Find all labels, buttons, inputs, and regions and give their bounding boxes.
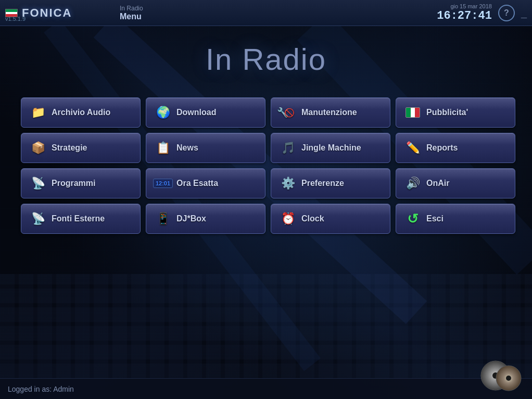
programmi-label: Programmi xyxy=(52,179,133,188)
djbox-label: DJ*Box xyxy=(176,214,258,223)
clock-label: Clock xyxy=(301,214,383,223)
preferenze-label: Preferenze xyxy=(301,179,383,188)
menu-button-fonti-esterne[interactable]: 📡Fonti Esterne xyxy=(21,204,141,234)
menu-button-pubblicita[interactable]: Pubblicita' xyxy=(396,97,515,128)
news-label: News xyxy=(176,143,258,153)
menu-label: Menu xyxy=(120,12,437,21)
datetime: gio 15 mar 2018 16:27:41 xyxy=(437,3,492,22)
ora-esatta-icon: 12:01 xyxy=(154,174,172,193)
manutenzione-label: Manutenzione xyxy=(301,108,383,117)
preferenze-icon: ⚙️ xyxy=(278,174,297,193)
title-area: In Radio Menu xyxy=(115,5,437,21)
menu-button-clock[interactable]: ⏰Clock xyxy=(271,204,390,234)
menu-button-download[interactable]: 🌍Download xyxy=(146,97,265,128)
menu-button-manutenzione[interactable]: 🔧🚫Manutenzione xyxy=(271,97,390,128)
strategie-icon: 📦 xyxy=(29,139,47,157)
cd-icon xyxy=(480,355,522,396)
menu-button-djbox[interactable]: 📱DJ*Box xyxy=(146,204,265,234)
download-icon: 🌍 xyxy=(154,103,172,122)
right-area: gio 15 mar 2018 16:27:41 ? _ xyxy=(437,3,532,22)
cd-decoration xyxy=(480,355,522,396)
pubblicita-label: Pubblicita' xyxy=(426,108,508,117)
archivio-audio-icon: 📁 xyxy=(29,103,47,122)
menu-button-news[interactable]: 📋News xyxy=(146,133,265,163)
manutenzione-icon: 🔧🚫 xyxy=(278,103,297,122)
menu-grid: 📁Archivio Audio🌍Download🔧🚫ManutenzionePu… xyxy=(0,97,532,234)
page-title: In Radio xyxy=(0,26,532,97)
svg-point-8 xyxy=(506,376,511,381)
topbar: FONICA v1.5.1.9 In Radio Menu gio 15 mar… xyxy=(0,0,532,26)
esci-icon: ↺ xyxy=(403,209,422,228)
version-text: v1.5.1.9 xyxy=(5,16,26,22)
help-button[interactable]: ? xyxy=(498,5,515,21)
download-label: Download xyxy=(176,108,258,117)
ora-esatta-label: Ora Esatta xyxy=(176,179,258,188)
pubblicita-icon xyxy=(403,103,422,122)
date-text: gio 15 mar 2018 xyxy=(437,3,492,9)
onair-icon: 🔊 xyxy=(403,174,422,193)
minimize-button[interactable]: _ xyxy=(521,8,527,18)
fonti-esterne-icon: 📡 xyxy=(29,209,47,228)
menu-button-ora-esatta[interactable]: 12:01Ora Esatta xyxy=(146,168,265,198)
menu-button-strategie[interactable]: 📦Strategie xyxy=(21,133,141,163)
fonti-esterne-label: Fonti Esterne xyxy=(52,214,133,223)
reports-icon: ✏️ xyxy=(403,139,422,157)
strategie-label: Strategie xyxy=(52,143,133,153)
clock-icon: ⏰ xyxy=(278,209,297,228)
menu-button-preferenze[interactable]: ⚙️Preferenze xyxy=(271,168,390,198)
programmi-icon: 📡 xyxy=(29,174,47,193)
archivio-audio-label: Archivio Audio xyxy=(52,108,133,117)
logo-text: FONICA xyxy=(22,6,72,20)
menu-button-esci[interactable]: ↺Esci xyxy=(396,204,515,234)
menu-button-archivio-audio[interactable]: 📁Archivio Audio xyxy=(21,97,141,128)
djbox-icon: 📱 xyxy=(154,209,172,228)
onair-label: OnAir xyxy=(426,179,508,188)
in-radio-label: In Radio xyxy=(120,5,437,12)
menu-button-reports[interactable]: ✏️Reports xyxy=(396,133,515,163)
main-content: In Radio 📁Archivio Audio🌍Download🔧🚫Manut… xyxy=(0,26,532,399)
time-text: 16:27:41 xyxy=(437,9,492,22)
esci-label: Esci xyxy=(426,214,508,223)
jingle-machine-label: Jingle Machine xyxy=(301,143,383,153)
logged-in-text: Logged in as: Admin xyxy=(8,385,74,393)
menu-button-jingle-machine[interactable]: 🎵Jingle Machine xyxy=(271,133,390,163)
menu-button-onair[interactable]: 🔊OnAir xyxy=(396,168,515,198)
reports-label: Reports xyxy=(426,143,508,153)
bottombar: Logged in as: Admin xyxy=(0,378,532,399)
jingle-machine-icon: 🎵 xyxy=(278,139,297,157)
news-icon: 📋 xyxy=(154,139,172,157)
menu-button-programmi[interactable]: 📡Programmi xyxy=(21,168,141,198)
